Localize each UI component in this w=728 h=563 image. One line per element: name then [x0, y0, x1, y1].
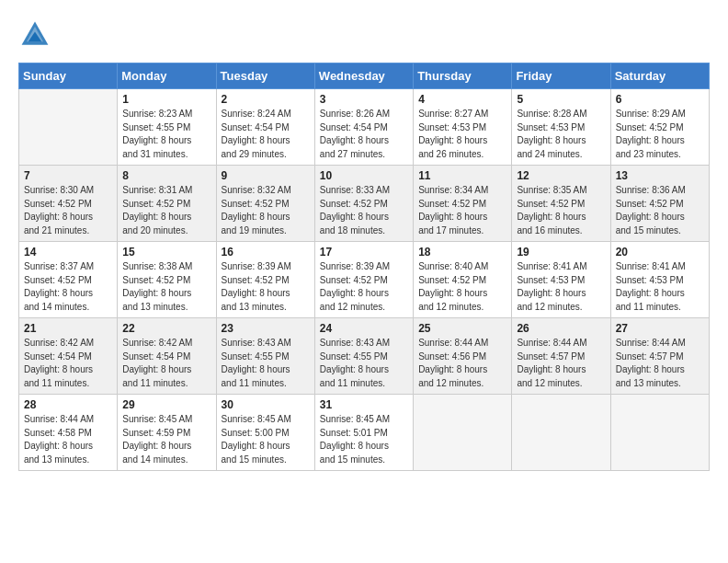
calendar-cell: 15Sunrise: 8:38 AMSunset: 4:52 PMDayligh… [118, 242, 216, 318]
day-number: 5 [517, 93, 605, 106]
weekday-header-friday: Friday [512, 63, 610, 89]
day-info: Sunrise: 8:43 AMSunset: 4:55 PMDaylight:… [320, 337, 408, 390]
day-info: Sunrise: 8:39 AMSunset: 4:52 PMDaylight:… [320, 260, 408, 314]
day-info: Sunrise: 8:32 AMSunset: 4:52 PMDaylight:… [222, 184, 310, 237]
day-info: Sunrise: 8:45 AMSunset: 5:00 PMDaylight:… [222, 413, 310, 466]
day-info: Sunrise: 8:43 AMSunset: 4:55 PMDaylight:… [222, 337, 310, 390]
weekday-header-wednesday: Wednesday [314, 63, 413, 89]
day-number: 17 [320, 246, 408, 259]
day-number: 22 [122, 322, 210, 335]
weekday-header-thursday: Thursday [414, 63, 512, 89]
day-number: 11 [418, 169, 506, 182]
weekday-header-saturday: Saturday [610, 63, 709, 89]
day-number: 23 [222, 322, 310, 335]
day-number: 25 [418, 322, 506, 335]
calendar-page: SundayMondayTuesdayWednesdayThursdayFrid… [0, 0, 728, 563]
day-number: 18 [418, 246, 506, 259]
calendar-cell: 7Sunrise: 8:30 AMSunset: 4:52 PMDaylight… [19, 166, 118, 242]
weekday-header-tuesday: Tuesday [216, 63, 314, 89]
calendar-cell: 4Sunrise: 8:27 AMSunset: 4:53 PMDaylight… [414, 89, 512, 166]
day-number: 24 [320, 322, 408, 335]
calendar-cell: 6Sunrise: 8:29 AMSunset: 4:52 PMDaylight… [610, 89, 709, 166]
calendar-cell: 1Sunrise: 8:23 AMSunset: 4:55 PMDaylight… [118, 89, 216, 166]
calendar-cell: 26Sunrise: 8:44 AMSunset: 4:57 PMDayligh… [512, 318, 610, 395]
day-number: 31 [320, 398, 408, 411]
day-info: Sunrise: 8:44 AMSunset: 4:57 PMDaylight:… [517, 337, 605, 390]
day-info: Sunrise: 8:44 AMSunset: 4:56 PMDaylight:… [418, 337, 506, 390]
day-info: Sunrise: 8:33 AMSunset: 4:52 PMDaylight:… [320, 184, 408, 237]
calendar-cell: 18Sunrise: 8:40 AMSunset: 4:52 PMDayligh… [414, 242, 512, 318]
week-row-3: 14Sunrise: 8:37 AMSunset: 4:52 PMDayligh… [19, 242, 710, 318]
calendar-cell: 30Sunrise: 8:45 AMSunset: 5:00 PMDayligh… [216, 395, 314, 471]
calendar-cell [610, 395, 709, 471]
day-info: Sunrise: 8:28 AMSunset: 4:53 PMDaylight:… [517, 108, 605, 161]
day-info: Sunrise: 8:45 AMSunset: 5:01 PMDaylight:… [320, 413, 408, 466]
calendar-cell: 20Sunrise: 8:41 AMSunset: 4:53 PMDayligh… [610, 242, 709, 318]
weekday-header-monday: Monday [118, 63, 216, 89]
day-number: 29 [122, 398, 210, 411]
day-number: 12 [517, 169, 605, 182]
day-number: 27 [616, 322, 704, 335]
calendar-cell: 14Sunrise: 8:37 AMSunset: 4:52 PMDayligh… [19, 242, 118, 318]
day-info: Sunrise: 8:37 AMSunset: 4:52 PMDaylight:… [24, 260, 112, 314]
calendar-cell: 10Sunrise: 8:33 AMSunset: 4:52 PMDayligh… [314, 166, 413, 242]
day-number: 14 [24, 246, 112, 259]
day-info: Sunrise: 8:23 AMSunset: 4:55 PMDaylight:… [122, 108, 210, 161]
calendar-cell: 21Sunrise: 8:42 AMSunset: 4:54 PMDayligh… [19, 318, 118, 395]
week-row-5: 28Sunrise: 8:44 AMSunset: 4:58 PMDayligh… [19, 395, 710, 471]
day-info: Sunrise: 8:24 AMSunset: 4:54 PMDaylight:… [222, 108, 310, 161]
calendar-table: SundayMondayTuesdayWednesdayThursdayFrid… [18, 63, 710, 471]
day-info: Sunrise: 8:41 AMSunset: 4:53 PMDaylight:… [517, 260, 605, 314]
day-number: 1 [122, 93, 210, 106]
day-info: Sunrise: 8:39 AMSunset: 4:52 PMDaylight:… [222, 260, 310, 314]
day-number: 19 [517, 246, 605, 259]
calendar-cell: 3Sunrise: 8:26 AMSunset: 4:54 PMDaylight… [314, 89, 413, 166]
day-number: 7 [24, 169, 112, 182]
day-info: Sunrise: 8:38 AMSunset: 4:52 PMDaylight:… [122, 260, 210, 314]
day-info: Sunrise: 8:27 AMSunset: 4:53 PMDaylight:… [418, 108, 506, 161]
day-number: 13 [616, 169, 704, 182]
day-number: 21 [24, 322, 112, 335]
day-info: Sunrise: 8:30 AMSunset: 4:52 PMDaylight:… [24, 184, 112, 237]
day-number: 15 [122, 246, 210, 259]
day-number: 20 [616, 246, 704, 259]
day-number: 10 [320, 169, 408, 182]
logo [18, 18, 55, 52]
calendar-cell: 11Sunrise: 8:34 AMSunset: 4:52 PMDayligh… [414, 166, 512, 242]
calendar-cell: 27Sunrise: 8:44 AMSunset: 4:57 PMDayligh… [610, 318, 709, 395]
day-info: Sunrise: 8:42 AMSunset: 4:54 PMDaylight:… [122, 337, 210, 390]
calendar-cell: 5Sunrise: 8:28 AMSunset: 4:53 PMDaylight… [512, 89, 610, 166]
calendar-cell: 19Sunrise: 8:41 AMSunset: 4:53 PMDayligh… [512, 242, 610, 318]
calendar-cell: 12Sunrise: 8:35 AMSunset: 4:52 PMDayligh… [512, 166, 610, 242]
day-info: Sunrise: 8:29 AMSunset: 4:52 PMDaylight:… [616, 108, 704, 161]
calendar-cell: 17Sunrise: 8:39 AMSunset: 4:52 PMDayligh… [314, 242, 413, 318]
day-number: 30 [222, 398, 310, 411]
day-number: 3 [320, 93, 408, 106]
day-info: Sunrise: 8:40 AMSunset: 4:52 PMDaylight:… [418, 260, 506, 314]
day-info: Sunrise: 8:36 AMSunset: 4:52 PMDaylight:… [616, 184, 704, 237]
week-row-1: 1Sunrise: 8:23 AMSunset: 4:55 PMDaylight… [19, 89, 710, 166]
day-number: 4 [418, 93, 506, 106]
day-number: 26 [517, 322, 605, 335]
calendar-cell: 2Sunrise: 8:24 AMSunset: 4:54 PMDaylight… [216, 89, 314, 166]
day-info: Sunrise: 8:31 AMSunset: 4:52 PMDaylight:… [122, 184, 210, 237]
day-info: Sunrise: 8:45 AMSunset: 4:59 PMDaylight:… [122, 413, 210, 466]
calendar-cell: 29Sunrise: 8:45 AMSunset: 4:59 PMDayligh… [118, 395, 216, 471]
week-row-4: 21Sunrise: 8:42 AMSunset: 4:54 PMDayligh… [19, 318, 710, 395]
logo-icon [18, 18, 51, 52]
day-info: Sunrise: 8:35 AMSunset: 4:52 PMDaylight:… [517, 184, 605, 237]
calendar-cell: 23Sunrise: 8:43 AMSunset: 4:55 PMDayligh… [216, 318, 314, 395]
calendar-cell: 9Sunrise: 8:32 AMSunset: 4:52 PMDaylight… [216, 166, 314, 242]
calendar-cell [414, 395, 512, 471]
day-info: Sunrise: 8:26 AMSunset: 4:54 PMDaylight:… [320, 108, 408, 161]
calendar-cell: 28Sunrise: 8:44 AMSunset: 4:58 PMDayligh… [19, 395, 118, 471]
day-number: 9 [222, 169, 310, 182]
day-info: Sunrise: 8:44 AMSunset: 4:57 PMDaylight:… [616, 337, 704, 390]
calendar-cell [19, 89, 118, 166]
day-info: Sunrise: 8:34 AMSunset: 4:52 PMDaylight:… [418, 184, 506, 237]
calendar-cell [512, 395, 610, 471]
calendar-cell: 24Sunrise: 8:43 AMSunset: 4:55 PMDayligh… [314, 318, 413, 395]
day-info: Sunrise: 8:44 AMSunset: 4:58 PMDaylight:… [24, 413, 112, 466]
day-number: 28 [24, 398, 112, 411]
calendar-cell: 25Sunrise: 8:44 AMSunset: 4:56 PMDayligh… [414, 318, 512, 395]
